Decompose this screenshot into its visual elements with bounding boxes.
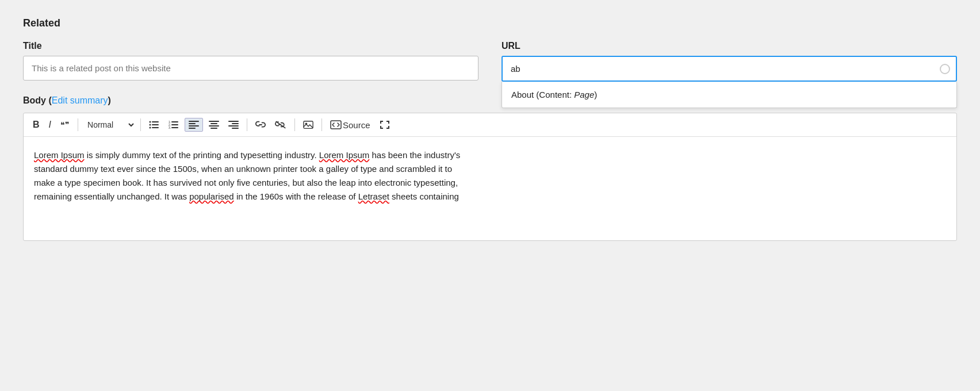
popularised-word: popularised: [189, 191, 234, 201]
format-select[interactable]: Normal Heading 1 Heading 2 Heading 3: [83, 118, 136, 131]
svg-rect-3: [152, 124, 159, 125]
divider-1: [78, 118, 78, 131]
svg-rect-14: [189, 125, 199, 126]
title-field-group: Title: [23, 41, 478, 82]
divider-2: [140, 118, 141, 131]
unordered-list-button[interactable]: [146, 118, 163, 132]
svg-rect-12: [189, 121, 199, 122]
body-label-close-paren: ): [108, 95, 111, 105]
bold-button[interactable]: B: [29, 118, 43, 132]
url-wrapper: About (Content: Page): [502, 56, 957, 82]
italic-button[interactable]: I: [45, 118, 55, 132]
source-label: Source: [343, 121, 370, 129]
blockquote-button[interactable]: ❝❞: [57, 118, 73, 131]
align-left-button[interactable]: [185, 118, 203, 132]
svg-point-4: [150, 127, 151, 129]
svg-rect-5: [152, 127, 159, 128]
svg-rect-16: [209, 121, 219, 122]
url-dropdown[interactable]: About (Content: Page): [502, 82, 957, 108]
title-input[interactable]: [23, 56, 478, 80]
lorem-ipsum-1: Lorem Ipsum: [34, 150, 85, 160]
svg-rect-19: [210, 128, 217, 129]
unlink-button[interactable]: [271, 118, 290, 131]
url-input-container: [502, 56, 957, 82]
align-center-button[interactable]: [205, 118, 223, 131]
svg-rect-21: [232, 123, 239, 124]
svg-rect-20: [228, 121, 239, 122]
svg-text:3.: 3.: [169, 126, 171, 129]
editor-content[interactable]: Lorem Ipsum is simply dummy text of the …: [24, 137, 956, 240]
edit-summary-link[interactable]: Edit summary: [52, 95, 108, 105]
editor-paragraph-2: standard dummy text ever since the 1500s…: [34, 162, 946, 176]
editor-toolbar: B I ❝❞ Normal Heading 1 Heading 2 Headin…: [24, 113, 956, 137]
image-button[interactable]: [300, 118, 317, 132]
ordered-list-button[interactable]: 1. 2. 3.: [165, 118, 182, 132]
editor-paragraph-3: make a type specimen book. It has surviv…: [34, 176, 946, 190]
svg-rect-23: [232, 128, 239, 129]
url-label: URL: [502, 41, 957, 51]
fields-row: Title URL About (Content: Page): [23, 41, 957, 82]
body-label-text: Body (: [23, 95, 52, 105]
align-right-button[interactable]: [225, 118, 242, 131]
svg-rect-17: [210, 123, 217, 124]
url-field-group: URL About (Content: Page): [502, 41, 957, 82]
svg-rect-15: [189, 128, 196, 129]
title-label: Title: [23, 41, 478, 51]
svg-rect-13: [189, 123, 196, 124]
lorem-ipsum-2: Lorem Ipsum: [319, 150, 370, 160]
fullscreen-button[interactable]: [376, 118, 393, 132]
editor-paragraph-1: Lorem Ipsum is simply dummy text of the …: [34, 148, 946, 162]
svg-rect-11: [171, 127, 178, 128]
letraset-word: Letraset: [358, 191, 389, 201]
svg-rect-9: [171, 124, 178, 125]
svg-rect-1: [152, 121, 159, 122]
svg-rect-25: [304, 121, 313, 129]
svg-rect-18: [209, 125, 219, 126]
divider-5: [321, 118, 322, 131]
svg-point-2: [150, 124, 151, 126]
source-button[interactable]: Source: [327, 118, 374, 132]
svg-rect-7: [171, 121, 178, 122]
svg-rect-22: [228, 125, 239, 126]
editor-paragraph-4: remaining essentially unchanged. It was …: [34, 190, 946, 204]
url-spinner-icon: [940, 64, 950, 74]
section-title: Related: [23, 17, 957, 29]
editor-wrapper: B I ❝❞ Normal Heading 1 Heading 2 Headin…: [23, 113, 957, 241]
link-button[interactable]: [252, 118, 269, 131]
url-input[interactable]: [502, 56, 957, 82]
divider-4: [294, 118, 295, 131]
url-dropdown-item[interactable]: About (Content: Page): [502, 82, 956, 108]
svg-point-0: [150, 121, 151, 123]
format-select-wrap[interactable]: Normal Heading 1 Heading 2 Heading 3: [83, 118, 136, 131]
divider-3: [247, 118, 247, 131]
